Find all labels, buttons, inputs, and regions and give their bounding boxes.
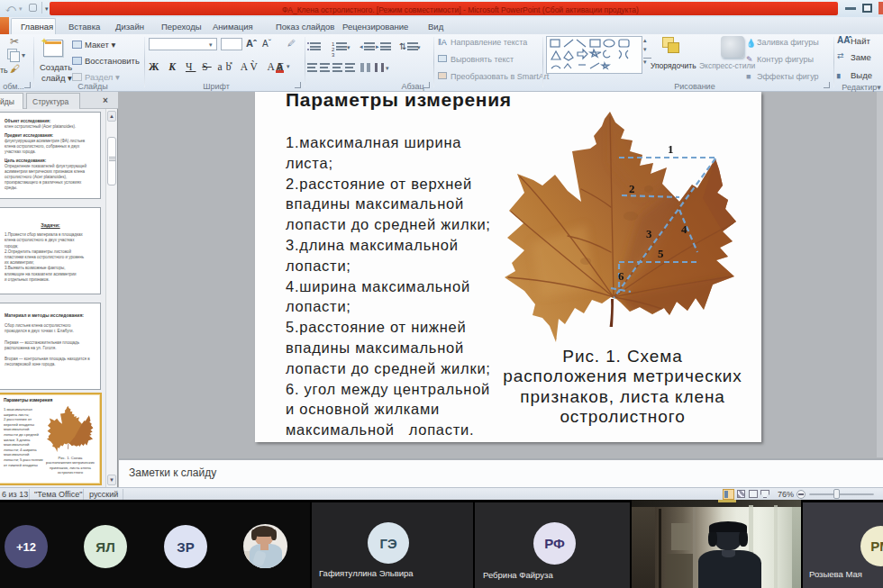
- svg-text:3: 3: [646, 227, 652, 240]
- svg-text:2: 2: [629, 182, 635, 195]
- svg-text:5: 5: [658, 247, 664, 260]
- svg-text:1: 1: [668, 142, 674, 156]
- svg-text:6: 6: [618, 269, 624, 283]
- svg-text:4: 4: [681, 222, 687, 236]
